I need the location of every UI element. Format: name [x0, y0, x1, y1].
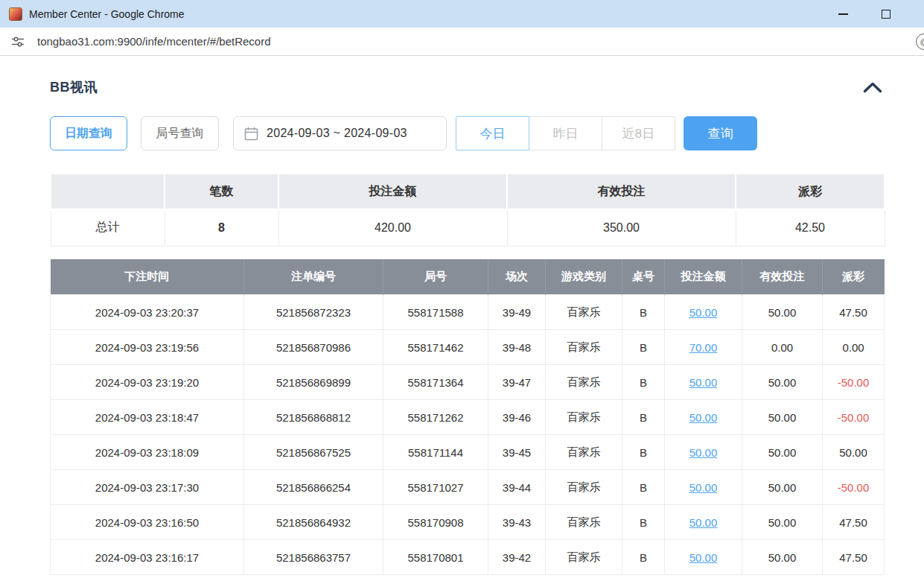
date-range-picker[interactable]: 2024-09-03 ~ 2024-09-03 — [233, 116, 447, 150]
cell-session: 39-43 — [488, 505, 546, 540]
cell-session: 39-45 — [488, 435, 546, 470]
cell-payout: 50.00 — [823, 435, 885, 470]
cell-bet-amount: 50.00 — [665, 365, 742, 400]
col-header-table-no: 桌号 — [622, 259, 665, 295]
bet-amount-link[interactable]: 50.00 — [689, 481, 718, 494]
round-query-tab[interactable]: 局号查询 — [141, 116, 219, 150]
col-header-order-id: 注单编号 — [244, 259, 383, 295]
search-button[interactable]: 查询 — [684, 116, 757, 150]
summary-count-value: 8 — [165, 209, 278, 246]
table-row: 2024-09-03 23:16:17521856863757558170801… — [51, 540, 885, 575]
cell-game-type: 百家乐 — [546, 540, 622, 575]
date-query-tab[interactable]: 日期查询 — [50, 116, 127, 150]
summary-header-row: 笔数 投注金额 有效投注 派彩 — [51, 174, 885, 209]
tune-icon[interactable] — [10, 34, 25, 49]
window-title: Member Center - Google Chrome — [29, 8, 838, 20]
cell-valid-bet: 50.00 — [742, 365, 823, 400]
filter-toolbar: 日期查询 局号查询 2024-09-03 ~ 2024-09-03 今日 昨日 … — [50, 116, 884, 150]
cell-payout: 47.50 — [823, 505, 885, 540]
maximize-button[interactable] — [881, 9, 891, 19]
today-button[interactable]: 今日 — [456, 116, 529, 150]
summary-table: 笔数 投注金额 有效投注 派彩 总计 8 420.00 350.00 42.50 — [50, 173, 885, 247]
cell-order-id: 521856870986 — [244, 330, 383, 365]
minimize-button[interactable] — [838, 9, 848, 19]
cell-valid-bet: 50.00 — [742, 435, 823, 470]
date-range-value: 2024-09-03 ~ 2024-09-03 — [267, 127, 407, 140]
yesterday-button[interactable]: 昨日 — [529, 116, 602, 150]
cell-game-type: 百家乐 — [546, 505, 622, 540]
summary-header-payout: 派彩 — [736, 174, 885, 209]
bet-amount-link[interactable]: 50.00 — [689, 376, 718, 389]
cell-session: 39-49 — [488, 295, 546, 330]
bet-amount-link[interactable]: 50.00 — [689, 516, 718, 529]
cell-session: 39-42 — [488, 540, 546, 575]
page-title: BB视讯 — [50, 78, 98, 96]
bet-amount-link[interactable]: 70.00 — [689, 341, 718, 354]
calendar-icon — [244, 127, 258, 141]
cell-table-no: B — [622, 295, 665, 330]
cell-session: 39-44 — [488, 470, 546, 505]
last8days-button[interactable]: 近8日 — [602, 116, 675, 150]
cell-session: 39-47 — [488, 365, 546, 400]
profile-icon[interactable]: @ — [916, 34, 924, 50]
cell-game-type: 百家乐 — [546, 435, 622, 470]
table-row: 2024-09-03 23:19:56521856870986558171462… — [51, 330, 885, 365]
cell-round-id: 558171262 — [383, 400, 488, 435]
cell-round-id: 558171364 — [383, 365, 488, 400]
cell-payout: -50.00 — [823, 470, 885, 505]
cell-table-no: B — [622, 470, 665, 505]
col-header-bet-time: 下注时间 — [51, 259, 244, 295]
bet-amount-link[interactable]: 50.00 — [689, 411, 718, 424]
cell-table-no: B — [622, 540, 665, 575]
cell-game-type: 百家乐 — [546, 295, 622, 330]
bet-record-page: BB视讯 日期查询 局号查询 2024-09-03 ~ 2024-09 — [0, 78, 924, 575]
cell-round-id: 558171144 — [383, 435, 488, 470]
collapse-section-button[interactable] — [861, 80, 884, 95]
cell-order-id: 521856866254 — [244, 470, 383, 505]
summary-header-blank — [51, 174, 165, 209]
cell-valid-bet: 0.00 — [742, 330, 823, 365]
cell-payout: 47.50 — [823, 540, 885, 575]
quick-range-group: 今日 昨日 近8日 — [456, 116, 675, 150]
cell-order-id: 521856867525 — [244, 435, 383, 470]
summary-payout-value: 42.50 — [736, 209, 885, 246]
cell-table-no: B — [622, 365, 665, 400]
cell-round-id: 558171462 — [383, 330, 488, 365]
cell-bet-amount: 50.00 — [665, 400, 742, 435]
chevron-up-icon — [863, 82, 882, 93]
cell-bet-time: 2024-09-03 23:19:20 — [51, 365, 244, 400]
cell-order-id: 521856869899 — [244, 365, 383, 400]
col-header-session: 场次 — [488, 259, 546, 295]
window-controls — [838, 9, 891, 19]
bet-amount-link[interactable]: 50.00 — [689, 551, 718, 564]
table-header-row: 下注时间 注单编号 局号 场次 游戏类别 桌号 投注金额 有效投注 派彩 — [51, 259, 885, 295]
minimize-icon — [838, 13, 848, 15]
table-row: 2024-09-03 23:19:20521856869899558171364… — [51, 365, 885, 400]
cell-order-id: 521856868812 — [244, 400, 383, 435]
cell-valid-bet: 50.00 — [742, 470, 823, 505]
cell-round-id: 558170908 — [383, 505, 488, 540]
section-header: BB视讯 — [50, 78, 884, 96]
cell-game-type: 百家乐 — [546, 400, 622, 435]
bet-amount-link[interactable]: 50.00 — [689, 306, 718, 319]
maximize-icon — [882, 10, 890, 19]
cell-bet-time: 2024-09-03 23:18:47 — [51, 400, 244, 435]
cell-game-type: 百家乐 — [546, 330, 622, 365]
cell-session: 39-48 — [488, 330, 546, 365]
col-header-round-id: 局号 — [383, 259, 488, 295]
cell-order-id: 521856863757 — [244, 540, 383, 575]
cell-valid-bet: 50.00 — [742, 295, 823, 330]
table-row: 2024-09-03 23:20:37521856872323558171588… — [51, 295, 885, 330]
cell-bet-time: 2024-09-03 23:16:17 — [51, 540, 244, 575]
bet-record-table: 下注时间 注单编号 局号 场次 游戏类别 桌号 投注金额 有效投注 派彩 202… — [50, 259, 885, 576]
cell-payout: 0.00 — [823, 330, 885, 365]
url-text[interactable]: tongbao31.com:9900/infe/mcenter/#/betRec… — [37, 35, 271, 48]
cell-bet-time: 2024-09-03 23:16:50 — [51, 505, 244, 540]
cell-game-type: 百家乐 — [546, 470, 622, 505]
cell-valid-bet: 50.00 — [742, 540, 823, 575]
address-bar[interactable]: tongbao31.com:9900/infe/mcenter/#/betRec… — [0, 28, 924, 56]
cell-session: 39-46 — [488, 400, 546, 435]
cell-table-no: B — [622, 505, 665, 540]
cell-table-no: B — [622, 435, 665, 470]
bet-amount-link[interactable]: 50.00 — [689, 446, 718, 459]
